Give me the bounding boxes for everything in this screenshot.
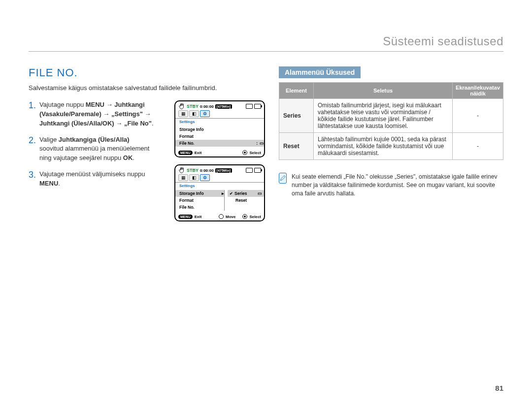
lcd-tab-settings: ⚙ [200,174,210,181]
ok-ring-icon [242,214,247,219]
lcd-item-selected: File No. : ▭ [175,140,264,147]
submenu-reset: Reset [228,197,264,204]
settings-label: Settings [175,119,264,126]
submenu-heading: Alammenüü Üksused [279,66,361,78]
move-ring-icon [219,214,224,219]
right-column: Alammenüü Üksused Element Seletus Ekraan… [279,66,503,221]
table-row: Reset Lähtestab failinumbri kujule 0001,… [279,133,503,160]
card-icon [246,168,253,173]
th-desc: Seletus [314,83,453,99]
card-icon [246,104,253,109]
gear-icon: ⚙ [203,175,207,180]
page-number: 81 [495,384,503,392]
stby-label: STBY [187,168,199,173]
step-2: 2. Valige Juhtkangiga (Üles/Alla) soovit… [29,135,172,163]
time-label: 0:00:00 [200,168,214,173]
lcd-item: Format [179,197,224,204]
left-column: FILE NO. Salvestamise käigus omistatakse… [29,66,265,221]
step-number: 1. [29,100,39,111]
section-title: FILE NO. [29,66,265,79]
ok-ring-icon [242,150,247,155]
lcd-screens: STBY 0:00:00 [475Min] ▦ ◧ ⚙ Settin [174,100,265,221]
page-header: Süsteemi seadistused [29,34,503,52]
lcd-tab-settings: ⚙ [200,110,210,117]
intro-text: Salvestamise käigus omistatakse salvesta… [29,84,265,92]
note-icon [279,173,287,184]
chapter-title: Süsteemi seadistused [383,34,503,48]
lcd-tab: ▦ [178,174,188,181]
lcd-tab: ▦ [178,110,188,117]
step-text: Valige Juhtkangiga (Üles/Alla) soovitud … [39,135,158,163]
note-text: Kui seate elemendi „File No." olekusse „… [292,173,503,197]
cell-desc: Omistab failinumbrid järjest, isegi kui … [314,99,453,133]
lcd-item: Format [179,133,264,140]
min-badge: [475Min] [215,104,232,109]
check-icon: ✔ [230,191,233,196]
lcd-screen-1: STBY 0:00:00 [475Min] ▦ ◧ ⚙ Settin [174,100,265,157]
battery-icon [254,104,261,109]
menu-pill: MENU [178,215,193,219]
lcd-tab: ◧ [189,110,199,117]
hand-icon [178,103,185,110]
table-row: Series Omistab failinumbrid järjest, ise… [279,99,503,133]
cell-display: - [453,133,503,160]
stby-label: STBY [187,104,199,109]
step-number: 2. [29,135,39,146]
gear-icon: ⚙ [203,111,207,116]
cell-element: Series [279,99,314,133]
submenu-series: ✔Series▭ [228,190,264,197]
lcd-item: Storage Info▸ [175,190,224,197]
lcd-tab: ◧ [189,174,199,181]
cell-display: - [453,99,503,133]
menu-pill: MENU [178,151,193,155]
lcd-screen-2: STBY 0:00:00 [475Min] ▦ ◧ ⚙ Settin [174,164,265,221]
cell-desc: Lähtestab failinumbri kujule 0001, seda … [314,133,453,160]
min-badge: [475Min] [215,168,232,173]
cell-element: Reset [279,133,314,160]
hand-icon [178,167,185,174]
settings-label: Settings [175,183,264,190]
lcd-item: Storage Info [179,126,264,133]
note: Kui seate elemendi „File No." olekusse „… [279,173,503,197]
step-text: Vajutage nuppu MENU → Juhtkangi (Vasakul… [39,100,158,128]
battery-icon [254,168,261,173]
step-number: 3. [29,170,39,181]
time-label: 0:00:00 [200,104,214,109]
submenu-table: Element Seletus Ekraanilekuvatav näidik … [279,82,503,160]
step-3: 3. Vajutage menüüst väljumiseks nuppu ME… [29,170,172,188]
lcd-item: File No. [179,204,224,211]
series-tiny-icon: ▭ [260,141,264,146]
th-element: Element [279,83,314,99]
th-display: Ekraanilekuvatav näidik [453,83,503,99]
step-1: 1. Vajutage nuppu MENU → Juhtkangi (Vasa… [29,100,172,128]
step-text: Vajutage menüüst väljumiseks nuppu MENU. [39,170,158,188]
